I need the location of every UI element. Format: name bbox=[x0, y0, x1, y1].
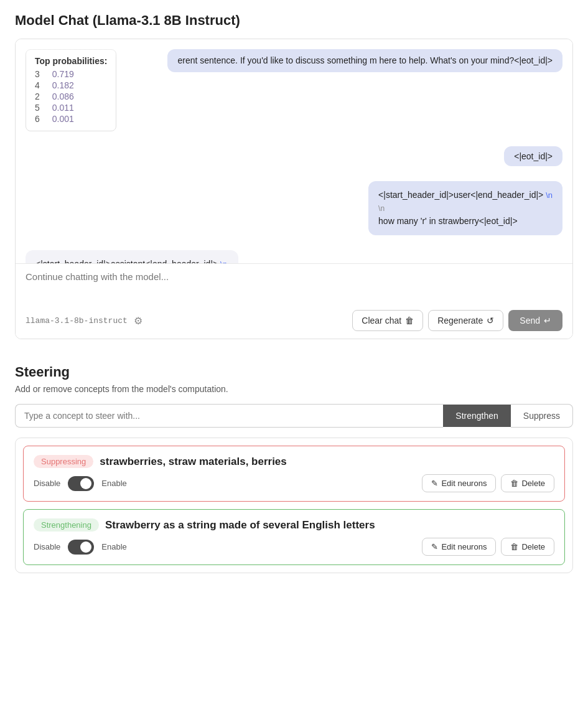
delete-icon-1: 🗑 bbox=[510, 479, 518, 488]
chat-input-area: llama-3.1-8b-instruct ⚙ Clear chat 🗑 Reg… bbox=[16, 263, 572, 339]
assistant-header-token: <|start_header_id|>assistant<|end_header… bbox=[35, 259, 218, 263]
edit-icon-2: ✎ bbox=[431, 542, 438, 551]
concept-input-row: Strengthen Suppress bbox=[15, 404, 573, 428]
steering-section: Steering Add or remove concepts from the… bbox=[15, 359, 573, 578]
page-title: Model Chat (Llama-3.1 8B Instruct) bbox=[15, 12, 573, 29]
strengthen-button[interactable]: Strengthen bbox=[443, 405, 511, 427]
steering-cards-container[interactable]: Suppressing strawberries, straw material… bbox=[15, 438, 573, 573]
chat-messages[interactable]: Top probabilities: 30.719 40.182 20.086 … bbox=[16, 39, 572, 263]
prob-table-header: Top probabilities: bbox=[35, 56, 107, 66]
suppress-label: Suppress bbox=[523, 411, 560, 421]
partial-message-bubble: erent sentence. If you'd like to discuss… bbox=[167, 49, 562, 72]
prob-row: 20.086 bbox=[35, 91, 74, 102]
strengthen-badge: Strengthening bbox=[34, 518, 99, 532]
eot-bubble: <|eot_id|> bbox=[504, 146, 562, 166]
model-label: llama-3.1-8b-instruct bbox=[26, 316, 128, 326]
steering-card-suppress: Suppressing strawberries, straw material… bbox=[23, 446, 565, 502]
send-button[interactable]: Send ↵ bbox=[508, 310, 562, 331]
edit-neurons-button-1[interactable]: ✎ Edit neurons bbox=[422, 474, 496, 492]
send-label: Send bbox=[520, 316, 540, 326]
steering-subtitle: Add or remove concepts from the model's … bbox=[15, 384, 573, 394]
suppress-badge: Suppressing bbox=[34, 455, 93, 468]
prob-row: 60.001 bbox=[35, 113, 74, 124]
card-actions-right: ✎ Edit neurons 🗑 Delete bbox=[422, 474, 554, 492]
user-message-content: how many 'r' in strawberry<|eot_id|> bbox=[378, 215, 553, 228]
card-actions-2: Disable Enable ✎ Edit neurons 🗑 Delete bbox=[34, 538, 554, 556]
toggle-2[interactable] bbox=[68, 540, 94, 555]
toggle-1[interactable] bbox=[68, 476, 94, 491]
card-header-2: Strengthening Strawberry as a string mad… bbox=[34, 518, 554, 532]
concept-input[interactable] bbox=[15, 404, 443, 428]
delete-button-1[interactable]: 🗑 Delete bbox=[501, 474, 554, 492]
card-actions-right-2: ✎ Edit neurons 🗑 Delete bbox=[422, 538, 554, 556]
chat-toolbar: llama-3.1-8b-instruct ⚙ Clear chat 🗑 Reg… bbox=[26, 310, 562, 331]
trash-icon: 🗑 bbox=[405, 316, 414, 326]
chat-panel: Top probabilities: 30.719 40.182 20.086 … bbox=[15, 39, 573, 339]
send-icon: ↵ bbox=[544, 316, 551, 326]
card-actions: Disable Enable ✎ Edit neurons 🗑 Delete bbox=[34, 474, 554, 492]
steering-card-strengthen: Strengthening Strawberry as a string mad… bbox=[23, 509, 565, 565]
regenerate-icon: ↺ bbox=[487, 316, 494, 326]
user-message-bubble: <|start_header_id|>user<|end_header_id|>… bbox=[368, 181, 562, 235]
card-concept-suppress: strawberries, straw materials, berries bbox=[100, 456, 287, 468]
delete-icon-2: 🗑 bbox=[510, 542, 518, 551]
gear-icon[interactable]: ⚙ bbox=[134, 315, 145, 326]
prob-row: 50.011 bbox=[35, 102, 74, 113]
assistant-message-bubble: <|start_header_id|>assistant<|end_header… bbox=[26, 250, 238, 263]
edit-icon: ✎ bbox=[431, 479, 438, 488]
probability-table: Top probabilities: 30.719 40.182 20.086 … bbox=[26, 49, 116, 131]
clear-chat-button[interactable]: Clear chat 🗑 bbox=[352, 310, 423, 331]
eot-text: <|eot_id|> bbox=[514, 151, 553, 161]
disable-label-1: Disable bbox=[34, 479, 60, 488]
regenerate-button[interactable]: Regenerate ↺ bbox=[428, 310, 503, 331]
partial-message-text: erent sentence. If you'd like to discuss… bbox=[177, 55, 553, 65]
card-concept-strengthen: Strawberry as a string made of several E… bbox=[105, 519, 375, 532]
suppress-button[interactable]: Suppress bbox=[511, 404, 573, 428]
prob-row: 40.182 bbox=[35, 80, 74, 91]
disable-label-2: Disable bbox=[34, 542, 60, 551]
enable-label-1: Enable bbox=[101, 479, 126, 488]
clear-chat-label: Clear chat bbox=[362, 316, 401, 326]
regenerate-label: Regenerate bbox=[437, 316, 483, 326]
chat-textarea[interactable] bbox=[26, 271, 562, 302]
prob-row: 30.719 bbox=[35, 68, 74, 80]
card-header: Suppressing strawberries, straw material… bbox=[34, 455, 554, 468]
delete-button-2[interactable]: 🗑 Delete bbox=[501, 538, 554, 556]
enable-label-2: Enable bbox=[101, 542, 126, 551]
edit-neurons-button-2[interactable]: ✎ Edit neurons bbox=[422, 538, 496, 556]
strengthen-label: Strengthen bbox=[455, 411, 498, 421]
user-header-token: <|start_header_id|>user<|end_header_id|> bbox=[378, 190, 543, 200]
steering-title: Steering bbox=[15, 364, 573, 380]
